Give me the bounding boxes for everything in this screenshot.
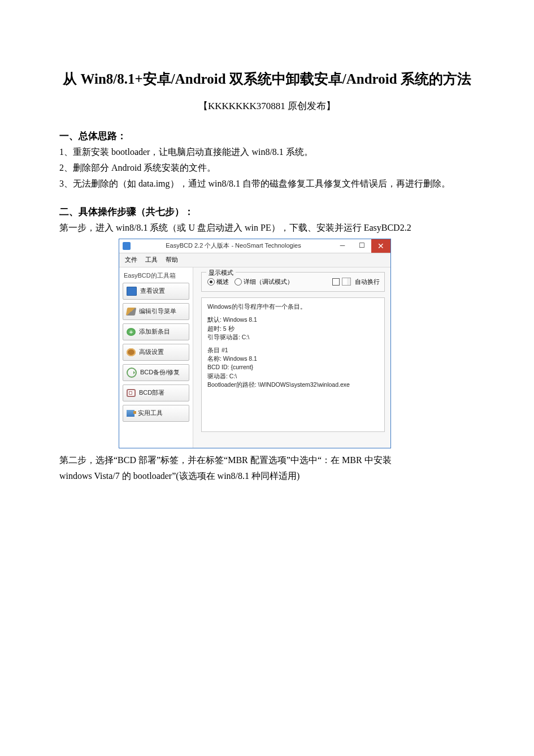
refresh-icon bbox=[127, 368, 137, 378]
easybcd-window: EasyBCD 2.2 个人版本 - NeoSmart Technologies… bbox=[119, 239, 391, 448]
doc-author: 【KKKKKKK370881 原创发布】 bbox=[59, 98, 475, 114]
sidebar-label: 添加新条目 bbox=[139, 327, 170, 337]
sidebar-label: 实用工具 bbox=[138, 408, 163, 418]
sidebar-label: 查看设置 bbox=[140, 286, 165, 296]
sec1-line1: 1、重新安装 bootloader，让电脑启动直接能进入 win8/8.1 系统… bbox=[59, 145, 475, 159]
gear-icon bbox=[127, 348, 136, 356]
sidebar-utilities[interactable]: 实用工具 bbox=[123, 405, 189, 422]
detail-line: 超时: 5 秒 bbox=[207, 325, 379, 333]
deploy-icon bbox=[127, 389, 136, 397]
doc-title: 从 Win8/8.1+安卓/Android 双系统中卸载安卓/Android 系… bbox=[59, 68, 475, 90]
maximize-button[interactable]: ☐ bbox=[352, 239, 371, 253]
menu-help[interactable]: 帮助 bbox=[166, 255, 178, 265]
titlebar[interactable]: EasyBCD 2.2 个人版本 - NeoSmart Technologies… bbox=[119, 239, 390, 253]
window-title: EasyBCD 2.2 个人版本 - NeoSmart Technologies bbox=[134, 241, 333, 251]
detail-line: Windows的引导程序中有一个条目。 bbox=[207, 303, 379, 311]
close-button[interactable]: ✕ bbox=[371, 239, 390, 253]
step2-line-a: 第二步，选择“BCD 部署”标签，并在标签“MBR 配置选项”中选中“：在 MB… bbox=[59, 453, 475, 468]
radio-circle-icon bbox=[235, 278, 242, 286]
sidebar-label: BCD备份/修复 bbox=[140, 368, 180, 378]
detail-line: 默认: Windows 8.1 bbox=[207, 316, 379, 324]
sidebar-label: BCD部署 bbox=[139, 388, 164, 398]
sec2-line1: 第一步，进入 win8/8.1 系统（或 U 盘启动进入 win PE），下载、… bbox=[59, 221, 475, 235]
detail-line: Bootloader的路径: \WINDOWS\system32\winload… bbox=[207, 381, 379, 389]
sidebar-edit-boot-menu[interactable]: 编辑引导菜单 bbox=[123, 303, 189, 320]
radio-overview[interactable]: 概述 bbox=[207, 277, 229, 287]
radio-label: 详细（调试模式） bbox=[244, 277, 293, 287]
step2-line-b: windows Vista/7 的 bootloader”(该选项在 win8/… bbox=[59, 469, 475, 483]
radio-detailed[interactable]: 详细（调试模式） bbox=[235, 277, 293, 287]
sidebar-title: EasyBCD的工具箱 bbox=[124, 271, 189, 281]
detail-line: BCD ID: {current} bbox=[207, 363, 379, 371]
radio-label: 概述 bbox=[216, 277, 229, 287]
display-mode-group: 显示模式 概述 详细（调试模式） 自动换行 bbox=[201, 272, 385, 292]
sidebar-label: 高级设置 bbox=[139, 347, 164, 357]
checkbox-icon bbox=[332, 278, 340, 286]
monitor-icon bbox=[127, 287, 137, 296]
detail-line: 名称: Windows 8.1 bbox=[207, 355, 379, 363]
menu-file[interactable]: 文件 bbox=[125, 255, 137, 265]
sidebar-bcd-deploy[interactable]: BCD部署 bbox=[123, 385, 189, 401]
sidebar-add-entry[interactable]: 添加新条目 bbox=[123, 323, 189, 340]
minimize-button[interactable]: ─ bbox=[333, 239, 352, 253]
sidebar-view-settings[interactable]: 查看设置 bbox=[123, 283, 189, 300]
app-icon bbox=[123, 242, 131, 250]
detail-line: 引导驱动器: C:\ bbox=[207, 333, 379, 342]
sidebar-bcd-backup[interactable]: BCD备份/修复 bbox=[123, 364, 189, 381]
menu-tools[interactable]: 工具 bbox=[145, 255, 158, 265]
sidebar-label: 编辑引导菜单 bbox=[139, 306, 176, 317]
sidebar: EasyBCD的工具箱 查看设置 编辑引导菜单 添加新条目 高级设置 bbox=[119, 267, 193, 448]
group-legend: 显示模式 bbox=[206, 268, 236, 278]
radio-dot-icon bbox=[207, 278, 215, 286]
detail-line: 条目 #1 bbox=[207, 346, 379, 355]
pencil-icon bbox=[126, 308, 136, 316]
checkbox-autowrap[interactable]: 自动换行 bbox=[332, 277, 380, 287]
sidebar-advanced[interactable]: 高级设置 bbox=[123, 344, 189, 361]
content-pane: 显示模式 概述 详细（调试模式） 自动换行 bbox=[193, 267, 390, 448]
sec1-line2: 2、删除部分 Android 系统安装的文件。 bbox=[59, 161, 475, 175]
section-2-head: 二、具体操作步骤（共七步）： bbox=[59, 204, 475, 219]
section-1-head: 一、总体思路： bbox=[59, 128, 475, 144]
detail-line: 驱动器: C:\ bbox=[207, 372, 379, 381]
tools-icon bbox=[127, 410, 134, 417]
wrap-icon bbox=[342, 278, 351, 286]
menubar[interactable]: 文件 工具 帮助 bbox=[119, 253, 390, 267]
details-textbox[interactable]: Windows的引导程序中有一个条目。 默认: Windows 8.1 超时: … bbox=[201, 297, 385, 432]
checkbox-label: 自动换行 bbox=[355, 277, 380, 287]
add-icon bbox=[127, 328, 136, 336]
sec1-line3: 3、无法删除的（如 data.img），通过 win8/8.1 自带的磁盘修复工… bbox=[59, 176, 475, 191]
